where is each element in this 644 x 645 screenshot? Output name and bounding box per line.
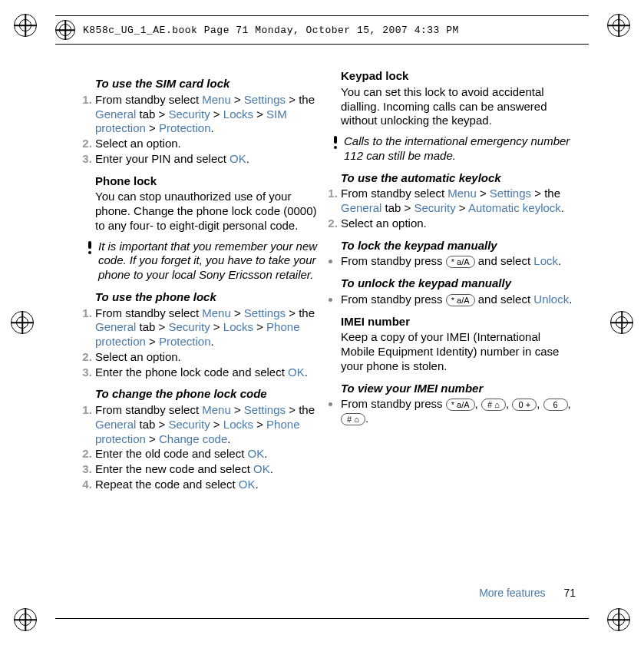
svg-rect-2 — [334, 136, 337, 144]
unlock-step: From standby press * a/A and select Unlo… — [330, 293, 576, 307]
menu-link: Menu — [202, 306, 231, 319]
menu-link: General — [95, 108, 136, 121]
step: Select an option. — [95, 137, 319, 151]
menu-link: Settings — [244, 306, 286, 319]
step: From standby select Menu > Settings > th… — [95, 93, 319, 136]
page-footer: More features 71 — [84, 587, 576, 599]
menu-link: Security — [169, 108, 210, 121]
menu-link: Settings — [244, 93, 286, 106]
body-text: You can set this lock to avoid accidenta… — [341, 85, 576, 128]
left-column: To use the SIM card lock From standby se… — [84, 69, 319, 493]
menu-link: General — [341, 201, 381, 214]
sub-heading: Phone lock — [95, 174, 319, 189]
sim-steps: From standby select Menu > Settings > th… — [84, 93, 319, 167]
section-title: To use the automatic keylock — [341, 171, 576, 186]
menu-link: Locks — [223, 320, 253, 333]
section-title: To use the phone lock — [95, 290, 319, 305]
step: Select an option. — [341, 217, 576, 231]
menu-link: Security — [169, 320, 210, 333]
step: Enter the old code and select OK. — [95, 447, 319, 461]
step: From standby press * a/A and select Unlo… — [341, 293, 576, 307]
print-header: K858c_UG_1_AE.book Page 71 Monday, Octob… — [55, 15, 589, 45]
menu-link: Change code — [159, 432, 227, 445]
page-content: To use the SIM card lock From standby se… — [84, 69, 576, 493]
svg-point-1 — [88, 251, 91, 254]
footer-rule — [55, 618, 589, 619]
star-key-icon: * a/A — [446, 294, 475, 306]
body-text: You can stop unauthorized use of your ph… — [95, 190, 319, 233]
zero-key-icon: 0 + — [512, 399, 537, 411]
note-text: It is important that you remember your n… — [95, 240, 319, 283]
menu-link: OK — [239, 478, 256, 491]
menu-link: Protection — [159, 335, 211, 348]
step: Select an option. — [95, 350, 319, 365]
hash-key-icon: # ⌂ — [341, 413, 365, 425]
menu-link: OK — [288, 366, 305, 379]
info-note: Calls to the international emergency num… — [330, 134, 576, 164]
menu-link: OK — [253, 462, 270, 475]
menu-link: Protection — [159, 121, 211, 134]
menu-link: General — [95, 418, 136, 431]
menu-link: OK — [247, 447, 264, 460]
note-text: Calls to the international emergency num… — [341, 134, 576, 164]
crop-mark-icon — [610, 311, 633, 334]
menu-link: Automatic keylock — [468, 201, 561, 214]
menu-link: Security — [169, 418, 210, 431]
star-key-icon: * a/A — [446, 256, 475, 268]
menu-link: Settings — [244, 403, 286, 416]
crop-mark-icon — [14, 608, 37, 631]
crop-mark-icon — [607, 14, 630, 37]
menu-link: Menu — [202, 93, 231, 106]
svg-point-3 — [334, 146, 337, 149]
menu-link: Unlock — [533, 293, 569, 306]
step: Enter the phone lock code and select OK. — [95, 366, 319, 380]
footer-label: More features — [479, 587, 545, 599]
step: From standby select Menu > Settings > th… — [95, 306, 319, 349]
step: From standby select Menu > Settings > th… — [341, 187, 576, 216]
menu-link: Menu — [202, 403, 231, 416]
star-key-icon: * a/A — [446, 399, 475, 411]
section-title: To view your IMEI number — [341, 382, 576, 396]
page-number: 71 — [563, 587, 576, 599]
step: Repeat the code and select OK. — [95, 478, 319, 492]
step: From standby press * a/A and select Lock… — [341, 254, 576, 269]
menu-link: Lock — [533, 254, 558, 267]
step: From standby select Menu > Settings > th… — [95, 403, 319, 446]
section-title: To lock the keypad manually — [341, 239, 576, 253]
section-title: To unlock the keypad manually — [341, 276, 576, 291]
info-note: It is important that you remember your n… — [84, 240, 319, 283]
sub-heading: IMEI number — [341, 315, 576, 329]
menu-link: General — [95, 320, 136, 333]
auto-steps: From standby select Menu > Settings > th… — [330, 187, 576, 230]
right-column: Keypad lock You can set this lock to avo… — [341, 69, 576, 493]
menu-link: Settings — [490, 187, 531, 200]
step: Enter your PIN and select OK. — [95, 152, 319, 167]
phone-steps: From standby select Menu > Settings > th… — [84, 306, 319, 380]
step: From standby press * a/A, # ⌂, 0 +, 6, #… — [341, 397, 576, 426]
svg-rect-0 — [88, 241, 91, 249]
section-title: To change the phone lock code — [95, 387, 319, 402]
menu-link: Locks — [223, 108, 253, 121]
menu-link: Locks — [223, 418, 253, 431]
imei-step: From standby press * a/A, # ⌂, 0 +, 6, #… — [330, 397, 576, 426]
crop-mark-icon — [14, 14, 37, 37]
header-text: K858c_UG_1_AE.book Page 71 Monday, Octob… — [83, 25, 459, 36]
step: Enter the new code and select OK. — [95, 462, 319, 477]
info-icon — [84, 240, 95, 283]
crop-mark-icon — [11, 311, 34, 334]
menu-link: OK — [230, 152, 246, 165]
hash-key-icon: # ⌂ — [481, 399, 506, 411]
six-key-icon: 6 — [543, 399, 568, 411]
sub-heading: Keypad lock — [341, 69, 576, 84]
menu-link: Security — [414, 201, 456, 214]
crop-mark-icon — [607, 608, 630, 631]
section-title: To use the SIM card lock — [95, 77, 319, 91]
lock-step: From standby press * a/A and select Lock… — [330, 254, 576, 269]
menu-link: Menu — [447, 187, 477, 200]
info-icon — [330, 134, 341, 164]
body-text: Keep a copy of your IMEI (International … — [341, 330, 576, 373]
change-steps: From standby select Menu > Settings > th… — [84, 403, 319, 492]
